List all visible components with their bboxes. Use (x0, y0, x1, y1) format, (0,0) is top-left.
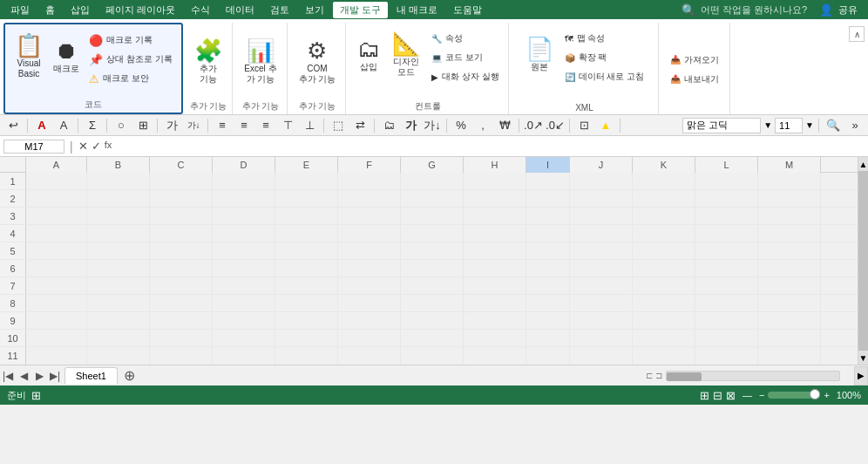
macro-button[interactable]: ⏺ 매크로 (49, 28, 84, 85)
grid-cell[interactable] (87, 225, 150, 242)
col-header-f[interactable]: F (338, 157, 401, 173)
grid-cell[interactable] (695, 173, 758, 190)
grid-cell[interactable] (464, 277, 526, 295)
grid-cell[interactable] (26, 277, 87, 295)
grid-cell[interactable] (87, 330, 150, 347)
xml-source-button[interactable]: 📄 원본 (521, 26, 558, 84)
grid-cell[interactable] (87, 295, 150, 312)
grid-cell[interactable] (87, 173, 150, 190)
grid-cell[interactable] (464, 225, 526, 242)
border-icon[interactable]: ⊡ (574, 117, 593, 134)
expand-pack-button[interactable]: 📦 확장 팩 (561, 49, 611, 66)
grid-cell[interactable] (275, 242, 338, 260)
scroll-right-btn[interactable]: ▶ (854, 366, 868, 386)
grid-cell[interactable] (570, 225, 633, 242)
grid-cell[interactable] (150, 225, 213, 242)
table-view-icon[interactable]: ⊞ (31, 389, 41, 402)
grid-cell[interactable] (401, 277, 464, 295)
col-header-c[interactable]: C (150, 157, 213, 173)
addins-button[interactable]: 🧩 추가 기능 (190, 33, 227, 91)
align-center-icon[interactable]: ≡ (234, 117, 254, 134)
increase-dec-icon[interactable]: .0↗ (524, 117, 543, 134)
grid-cell[interactable] (275, 277, 338, 295)
grid-cell[interactable] (275, 347, 338, 365)
grid-cell[interactable] (695, 190, 758, 208)
menu-home[interactable]: 홈 (38, 2, 62, 18)
grid-cell[interactable] (213, 347, 275, 365)
percent-icon[interactable]: % (451, 117, 471, 134)
grid-cell[interactable] (26, 260, 87, 277)
bold-icon[interactable]: 가 (401, 117, 420, 134)
sheet-nav-prev[interactable]: ◀ (16, 368, 31, 384)
grid-cell[interactable] (570, 242, 633, 260)
grid-cell[interactable] (570, 190, 633, 208)
grid-cell[interactable] (758, 260, 821, 277)
grid-cell[interactable] (275, 208, 338, 225)
grid-cell[interactable] (87, 242, 150, 260)
insert-control-button[interactable]: 🗂 삽입 (353, 26, 384, 84)
map-props-button[interactable]: 🗺 맵 속성 (561, 30, 609, 47)
menu-review[interactable]: 검토 (263, 2, 296, 18)
menu-page-layout[interactable]: 페이지 레이아웃 (98, 2, 182, 18)
grid-cell[interactable] (26, 242, 87, 260)
cancel-formula-icon[interactable]: ✕ (78, 140, 88, 153)
grid-cell[interactable] (401, 312, 464, 330)
zoom-slider[interactable] (768, 392, 820, 399)
col-header-d[interactable]: D (213, 157, 275, 173)
grid-cell[interactable] (213, 277, 275, 295)
grid-cell[interactable] (150, 312, 213, 330)
table-icon[interactable]: ⊞ (133, 117, 153, 134)
grid-cell[interactable] (758, 190, 821, 208)
grid-cell[interactable] (695, 225, 758, 242)
align-right-icon[interactable]: ≡ (256, 117, 275, 134)
grid-cell[interactable] (87, 277, 150, 295)
grid-cell[interactable] (758, 347, 821, 365)
cell-name-box[interactable] (3, 140, 64, 154)
grid-cell[interactable] (213, 225, 275, 242)
font-color-icon[interactable]: A (54, 117, 73, 134)
grid-cell[interactable] (26, 347, 87, 365)
grid-cell[interactable] (464, 295, 526, 312)
font-color-a-icon[interactable]: A (32, 117, 51, 134)
grid-cell[interactable] (26, 190, 87, 208)
menu-data[interactable]: 데이터 (219, 2, 261, 18)
h-scroll-thumb[interactable] (667, 372, 702, 381)
grid-cell[interactable] (570, 208, 633, 225)
grid-cell[interactable] (150, 295, 213, 312)
menu-view[interactable]: 보기 (298, 2, 331, 18)
grid-cell[interactable] (26, 225, 87, 242)
grid-cell[interactable] (633, 312, 695, 330)
grid-cell[interactable] (526, 173, 570, 190)
row-number[interactable]: 5 (0, 242, 26, 259)
grid-cell[interactable] (275, 225, 338, 242)
grid-cell[interactable] (464, 260, 526, 277)
grid-cell[interactable] (275, 173, 338, 190)
row-number[interactable]: 1 (0, 173, 26, 189)
vertical-scrollbar[interactable]: ▲ ▼ (858, 157, 868, 365)
grid-cell[interactable] (87, 260, 150, 277)
grid-cell[interactable] (570, 277, 633, 295)
grid-cell[interactable] (633, 295, 695, 312)
grid-cell[interactable] (401, 190, 464, 208)
com-button[interactable]: ⚙ COM 추가 기능 (295, 33, 341, 91)
grid-cell[interactable] (275, 295, 338, 312)
row-number[interactable]: 6 (0, 260, 26, 276)
vb-button[interactable]: 📋 Visual Basic (10, 28, 47, 85)
grid-cell[interactable] (150, 277, 213, 295)
grid-cell[interactable] (213, 190, 275, 208)
zoom-plus[interactable]: + (824, 390, 829, 400)
grid-cell[interactable] (26, 312, 87, 330)
grid-cell[interactable] (526, 330, 570, 347)
relative-ref-button[interactable]: 📌 상대 참조로 기록 (85, 51, 176, 68)
grid-cell[interactable] (213, 295, 275, 312)
grid-cell[interactable] (26, 173, 87, 190)
row-number[interactable]: 7 (0, 277, 26, 294)
grid-cell[interactable] (758, 330, 821, 347)
row-number[interactable]: 3 (0, 208, 26, 224)
grid-cell[interactable] (275, 312, 338, 330)
wrap-text-icon[interactable]: ⇄ (350, 117, 370, 134)
grid-cell[interactable] (695, 208, 758, 225)
col-header-h[interactable]: H (464, 157, 526, 173)
grid-cell[interactable] (758, 312, 821, 330)
refresh-data-button[interactable]: 🔄 데이터 새로 고침 (561, 68, 648, 85)
